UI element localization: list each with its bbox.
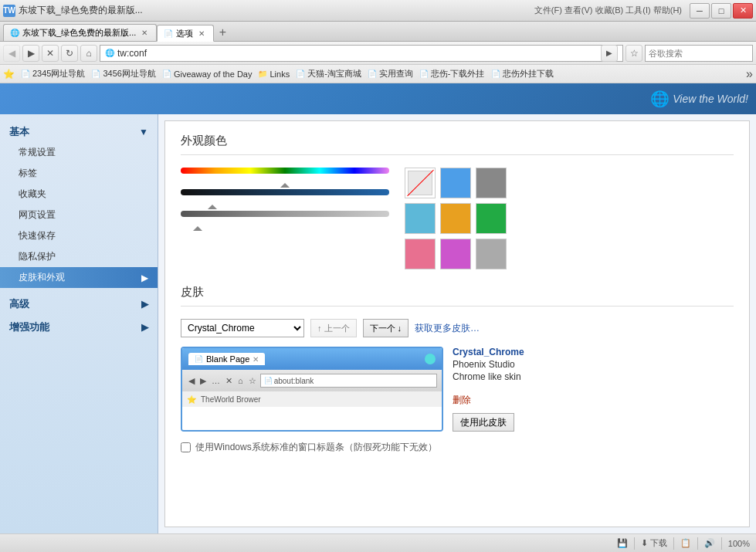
home-button[interactable]: ⌂ [80, 45, 97, 62]
stop-button[interactable]: ✕ [42, 45, 59, 62]
preview-star[interactable]: ☆ [247, 376, 258, 386]
preview-tab-close: ✕ [253, 355, 259, 364]
sidebar-item-skin[interactable]: 皮肤和外观 ▶ [0, 267, 158, 288]
zoom-status[interactable]: 100% [728, 539, 750, 548]
sidebar-section-basic[interactable]: 基本 ▼ [0, 122, 158, 142]
preview-address-value: about:blank [274, 377, 314, 385]
sidebar-item-favorites[interactable]: 收藏夹 [0, 184, 158, 205]
sidebar-item-quicksave[interactable]: 快速保存 [0, 225, 158, 246]
color-swatch-green[interactable] [476, 203, 507, 234]
browser-decoration: 🌐 View the World! [0, 83, 756, 114]
zoom-label: 100% [728, 539, 750, 548]
skin-select[interactable]: Crystal_Chrome [181, 319, 304, 337]
status-icon3[interactable]: 📋 [680, 538, 691, 548]
preview-forward[interactable]: ▶ [198, 376, 208, 386]
download-label: 下载 [650, 537, 667, 549]
color-swatch-purple[interactable] [440, 239, 471, 269]
download-status[interactable]: ⬇ 下载 [641, 537, 667, 549]
prev-skin-button[interactable]: ↑ 上一个 [310, 319, 357, 337]
search-input[interactable] [649, 49, 755, 58]
back-button[interactable]: ◀ [3, 45, 20, 62]
skin-item-crystal[interactable]: Crystal_Chrome [453, 347, 524, 357]
sidebar-section-enhanced[interactable]: 增强功能 ▶ [0, 317, 158, 337]
status-divider-2 [673, 537, 674, 550]
address-bar[interactable]: 🌐 ▶ [100, 45, 623, 62]
color-swatch-pink[interactable] [405, 239, 436, 269]
bookmark-sad2[interactable]: 📄 悲伤外挂下载 [491, 68, 554, 80]
window-title: 东坡下载_绿色免费的最新版... [19, 4, 143, 17]
forward-button[interactable]: ▶ [22, 45, 39, 62]
maximize-button[interactable]: □ [711, 3, 731, 19]
address-input[interactable] [117, 48, 598, 59]
tab-label-1: 东坡下载_绿色免费的最新版... [22, 27, 136, 39]
bookmark-tmall[interactable]: 📄 天猫-淘宝商城 [296, 68, 361, 80]
prev-skin-icon: ↑ [317, 323, 322, 333]
preview-stop[interactable]: ✕ [224, 376, 234, 386]
bookmark-icon-2345: 📄 [21, 69, 30, 78]
sidebar: 基本 ▼ 常规设置 标签 收藏夹 网页设置 快速保存 隐私保护 皮肤和外观 ▶ … [0, 114, 158, 533]
menu-bar: 文件(F) 查看(V) 收藏(B) 工具(I) 帮助(H) [143, 5, 690, 16]
color-swatch-gray2[interactable] [476, 239, 507, 269]
status-bar: 💾 ⬇ 下载 📋 🔊 100% [0, 533, 756, 552]
address-go-button[interactable]: ▶ [601, 45, 618, 62]
status-icon1[interactable]: 💾 [617, 538, 628, 548]
sidebar-section-advanced[interactable]: 高级 ▶ [0, 294, 158, 314]
preview-bookmarks-star: ⭐ [187, 395, 196, 404]
skin-list-panel: Crystal_Chrome Phoenix Studio Chrome lik… [453, 347, 524, 432]
no-color-swatch[interactable] [405, 168, 436, 198]
status-sound[interactable]: 🔊 [704, 538, 715, 548]
bookmark-3456[interactable]: 📄 3456网址导航 [91, 68, 155, 80]
color-sliders [181, 168, 389, 254]
bookmark-icon-sad2: 📄 [491, 69, 500, 78]
bookmark-sad1[interactable]: 📄 悲伤-下载外挂 [419, 68, 485, 80]
favorites-button[interactable]: ☆ [625, 45, 642, 62]
bookmark-2345[interactable]: 📄 2345网址导航 [21, 68, 85, 80]
gray-slider-track [181, 211, 389, 217]
skin-title: 皮肤 [181, 285, 734, 306]
bookmark-giveaway[interactable]: 📄 Giveaway of the Day [162, 69, 253, 79]
color-swatch-cyan[interactable] [405, 203, 436, 234]
bookmark-query[interactable]: 📄 实用查询 [368, 68, 413, 80]
sidebar-item-general[interactable]: 常规设置 [0, 142, 158, 163]
bookmark-links[interactable]: 📁 Links [258, 69, 290, 79]
bookmark-icon-giveaway: 📄 [162, 69, 171, 78]
use-skin-button[interactable]: 使用此皮肤 [453, 413, 514, 432]
tab-label-2: 选项 [176, 28, 193, 39]
preview-home[interactable]: ⌂ [236, 376, 245, 385]
windows-titlebar-checkbox[interactable] [181, 442, 191, 452]
next-skin-icon: ↓ [398, 323, 402, 333]
tab-1[interactable]: 🌐 东坡下载_绿色免费的最新版... ✕ [3, 24, 157, 41]
color-swatch-blue[interactable] [440, 168, 471, 198]
minimize-button[interactable]: ─ [690, 3, 710, 19]
slider-color [181, 168, 389, 174]
preview-more[interactable]: … [210, 376, 222, 385]
close-button[interactable]: ✕ [733, 3, 753, 19]
skin-item-phoenix[interactable]: Phoenix Studio [453, 359, 524, 370]
next-skin-button[interactable]: 下一个 ↓ [363, 319, 409, 337]
bookmarks-more-button[interactable]: » [746, 67, 753, 81]
get-more-skins-link[interactable]: 获取更多皮肤… [415, 322, 480, 335]
new-tab-button[interactable]: + [214, 24, 231, 41]
color-row-1 [405, 168, 507, 198]
color-swatch-orange[interactable] [440, 203, 471, 234]
delete-skin-button[interactable]: 删除 [453, 394, 524, 407]
tab-favicon-1: 🌐 [10, 29, 19, 37]
sidebar-item-webpage[interactable]: 网页设置 [0, 205, 158, 225]
bookmark-label-query: 实用查询 [379, 68, 413, 80]
sound-icon: 🔊 [704, 538, 715, 548]
tab-close-2[interactable]: ✕ [196, 28, 207, 39]
tab-2[interactable]: 📄 选项 ✕ [157, 25, 214, 42]
download-icon: ⬇ [641, 538, 648, 548]
bookmarks-bar: ⭐ 📄 2345网址导航 📄 3456网址导航 📄 Giveaway of th… [0, 65, 756, 83]
bookmark-label-2345: 2345网址导航 [32, 68, 85, 80]
color-swatch-gray1[interactable] [476, 168, 507, 198]
sidebar-item-privacy[interactable]: 隐私保护 [0, 246, 158, 267]
bookmarks-star-icon[interactable]: ⭐ [3, 69, 15, 80]
refresh-button[interactable]: ↻ [61, 45, 78, 62]
sidebar-item-tabs[interactable]: 标签 [0, 163, 158, 184]
preview-back[interactable]: ◀ [187, 376, 196, 386]
skin-controls: Crystal_Chrome ↑ 上一个 下一个 ↓ 获取更多皮肤… [181, 319, 734, 337]
skin-item-chrome[interactable]: Chrome like skin [453, 371, 524, 382]
tab-close-1[interactable]: ✕ [139, 28, 150, 39]
preview-bookmarks: ⭐ TheWorld Brower [182, 391, 442, 407]
